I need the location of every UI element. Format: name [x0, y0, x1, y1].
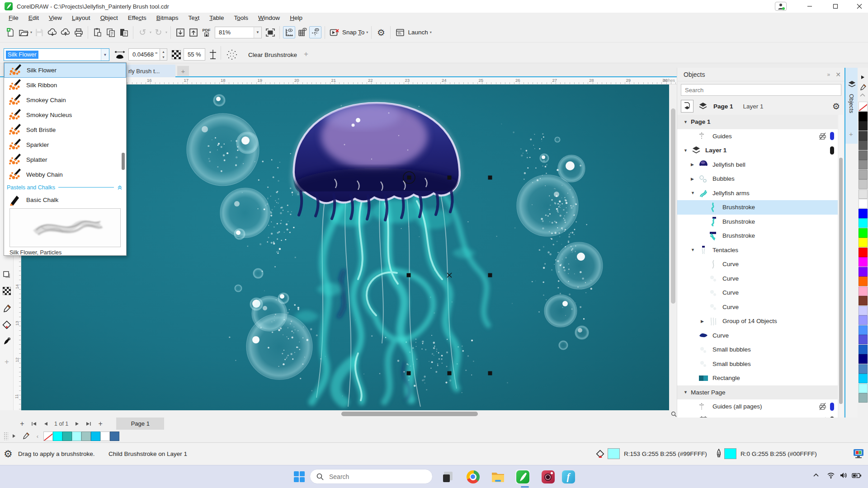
zoom-combo-caret[interactable]: ▼: [254, 27, 261, 38]
tray-chevron-icon[interactable]: [812, 472, 820, 479]
brush-combo-caret[interactable]: ▼: [101, 49, 109, 61]
color-swatch[interactable]: [859, 248, 868, 257]
tree-item-small-bubbles[interactable]: Small bubbles: [677, 357, 838, 371]
expanded-arrow-icon[interactable]: ▼: [684, 148, 688, 153]
color-swatch[interactable]: [859, 112, 868, 121]
tree-item-curve[interactable]: Curve: [677, 257, 838, 272]
color-swatch[interactable]: [859, 354, 868, 364]
doc-swatch[interactable]: [72, 432, 81, 441]
add-preset-icon[interactable]: +: [304, 50, 308, 59]
taskbar-app-photopaint[interactable]: [541, 469, 555, 484]
color-swatch[interactable]: [859, 150, 868, 160]
color-swatch[interactable]: [859, 267, 868, 277]
expanded-arrow-icon[interactable]: ▼: [684, 390, 688, 394]
drop-shadow-tool-icon[interactable]: [1, 269, 12, 280]
color-swatch[interactable]: [859, 238, 868, 247]
color-swatch[interactable]: [859, 277, 868, 286]
color-swatch[interactable]: [859, 179, 868, 189]
snap-to-label[interactable]: Snap To: [342, 29, 364, 36]
view-pages-icon[interactable]: [681, 100, 693, 113]
color-swatch[interactable]: [859, 335, 868, 344]
color-swatch[interactable]: [859, 121, 868, 131]
color-swatch[interactable]: [859, 345, 868, 354]
brush-item-sparkler[interactable]: Sparkler: [4, 137, 126, 152]
open-dropdown-caret[interactable]: ▾: [30, 30, 32, 34]
layer-color-pill[interactable]: [830, 403, 834, 411]
objects-tab-icon[interactable]: [848, 80, 856, 88]
nib-size-spinner[interactable]: ▲▼: [160, 48, 167, 61]
border-icon[interactable]: [208, 49, 218, 61]
print-disabled-icon[interactable]: [818, 402, 827, 411]
layer-color-pill[interactable]: [830, 132, 834, 140]
last-page-icon[interactable]: [83, 419, 94, 429]
docpal-grip[interactable]: [4, 432, 8, 440]
expanded-arrow-icon[interactable]: ▼: [691, 191, 695, 195]
color-swatch[interactable]: [859, 228, 868, 238]
view-layers-icon[interactable]: [698, 102, 708, 111]
clear-brushstroke-button[interactable]: Clear Brushstroke: [244, 48, 302, 61]
tree-item-curve[interactable]: Curve: [677, 272, 838, 286]
color-swatch[interactable]: [859, 384, 868, 393]
taskbar-search-input[interactable]: [328, 473, 410, 481]
paint-tool-icon[interactable]: [1, 336, 12, 347]
new-tab-button[interactable]: +: [177, 66, 189, 76]
color-swatch[interactable]: [859, 141, 868, 150]
maximize-button[interactable]: [829, 1, 842, 12]
show-grid-icon[interactable]: [296, 26, 308, 38]
tray-volume-icon[interactable]: [840, 472, 848, 479]
collapsed-arrow-icon[interactable]: ▶: [691, 162, 695, 167]
color-swatch[interactable]: [859, 218, 868, 228]
add-tool-icon[interactable]: +: [1, 357, 12, 367]
start-button[interactable]: [292, 469, 307, 484]
doc-swatch[interactable]: [100, 432, 110, 441]
zoom-level-combo[interactable]: 81% ▼: [215, 27, 262, 38]
outline-color-swatch[interactable]: [724, 448, 736, 459]
user-account-icon[interactable]: [775, 2, 787, 11]
color-swatch[interactable]: [859, 325, 868, 335]
launch-icon[interactable]: [394, 26, 406, 38]
brush-item-smokey-chain[interactable]: Smokey Chain: [4, 93, 126, 108]
menu-file[interactable]: File: [4, 14, 24, 22]
brush-item-silk-ribbon[interactable]: Silk Ribbon: [4, 78, 126, 93]
doc-swatch-none[interactable]: [43, 432, 53, 441]
color-proof-monitor-icon[interactable]: [853, 448, 864, 459]
tree-item-rectangle[interactable]: Rectangle: [677, 371, 838, 385]
zoom-corner-icon[interactable]: [670, 410, 677, 418]
tree-item-jellyfish-bell[interactable]: ▶Jellyfish bell: [677, 158, 838, 172]
brush-item-splatter[interactable]: Splatter: [4, 152, 126, 167]
collapsed-arrow-icon[interactable]: ▶: [701, 319, 705, 324]
add-page-icon[interactable]: +: [16, 419, 28, 429]
cloud-download-icon[interactable]: [46, 26, 58, 38]
status-gear-icon[interactable]: ⚙: [4, 448, 13, 460]
tree-item-tentacles[interactable]: ▼Tentacles: [677, 243, 838, 258]
active-layer-label[interactable]: Layer 1: [743, 103, 764, 110]
tray-wifi-icon[interactable]: [827, 472, 835, 479]
vertical-scrollbar-thumb[interactable]: [671, 108, 675, 304]
tree-item-master-page[interactable]: ▼Master Page: [677, 385, 838, 400]
paste-icon[interactable]: [91, 26, 104, 38]
color-swatch[interactable]: [859, 393, 868, 403]
taskbar-app-fontmanager[interactable]: f: [561, 469, 576, 484]
brush-preset-combo[interactable]: Silk Flower ▼: [4, 48, 109, 61]
menu-effects[interactable]: Effects: [123, 14, 151, 22]
tree-item-guides-all-pages-[interactable]: Guides (all pages): [677, 399, 838, 414]
tray-battery-icon[interactable]: [852, 472, 862, 479]
active-page-label[interactable]: Page 1: [713, 103, 733, 110]
expanded-arrow-icon[interactable]: ▼: [684, 120, 688, 124]
paste-special-icon[interactable]: [118, 26, 130, 38]
fill-color-swatch[interactable]: [608, 448, 620, 459]
color-swatch[interactable]: [859, 315, 868, 325]
tree-item-curve[interactable]: Curve: [677, 300, 838, 314]
color-swatch[interactable]: [859, 286, 868, 296]
minimize-button[interactable]: [803, 1, 816, 12]
color-swatch[interactable]: [859, 306, 868, 315]
tree-item-brushstroke[interactable]: Brushstroke: [677, 229, 838, 243]
docpal-scroll-left-icon[interactable]: ‹: [32, 431, 43, 441]
page-tab[interactable]: Page 1: [116, 418, 164, 430]
add-docker-icon[interactable]: +: [849, 130, 853, 138]
show-rulers-icon[interactable]: [283, 26, 295, 38]
tree-item-curve[interactable]: Curve: [677, 328, 838, 343]
horizontal-scrollbar-thumb[interactable]: [341, 412, 478, 416]
menu-edit[interactable]: Edit: [24, 14, 44, 22]
export-icon[interactable]: [187, 26, 199, 38]
